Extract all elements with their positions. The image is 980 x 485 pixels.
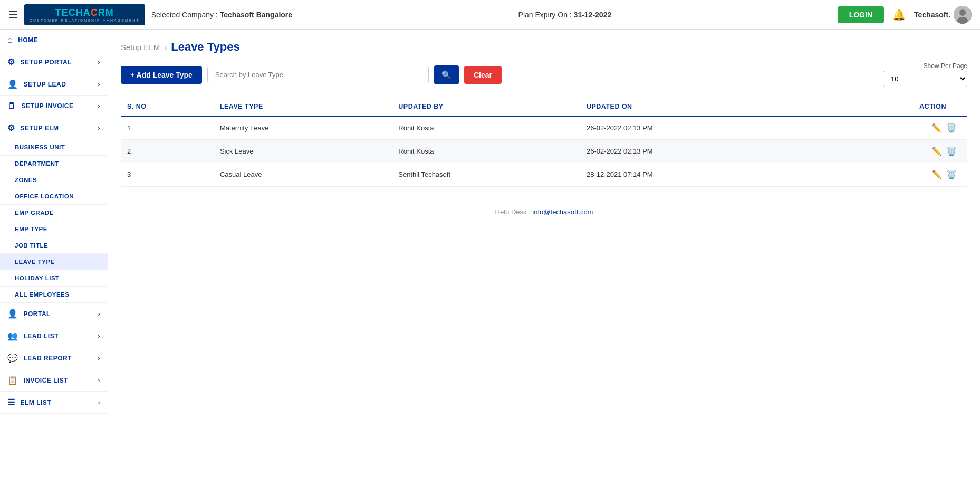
table-row: 1 Maternity Leave Rohit Kosta 26-02-2022… (121, 116, 967, 140)
search-button[interactable]: 🔍 (434, 65, 459, 84)
sidebar-item-zones[interactable]: ZONES (0, 172, 108, 188)
avatar (954, 6, 972, 24)
cell-updated-on: 28-12-2021 07:14 PM (580, 163, 810, 186)
username: Techasoft. (914, 11, 950, 19)
edit-button[interactable]: ✏️ (931, 169, 942, 179)
nav-left: ☰ TECHACRM CUSTOMER RELATIONSHIP MANAGEM… (8, 4, 292, 25)
breadcrumb-separator: › (164, 43, 167, 52)
edit-button[interactable]: ✏️ (931, 146, 942, 156)
sidebar-item-label: PORTAL (24, 310, 51, 318)
sidebar-item-setup-lead[interactable]: 👤 SETUP LEAD › (0, 73, 108, 96)
sidebar-item-label: SETUP PORTAL (21, 59, 72, 66)
sidebar-item-setup-elm[interactable]: ⚙ SETUP ELM › (0, 117, 108, 139)
col-updated-by: UPDATED BY (392, 98, 580, 116)
sidebar-item-label: ELM LIST (21, 399, 52, 406)
sidebar-item-setup-portal[interactable]: ⚙ SETUP PORTAL › (0, 51, 108, 73)
col-updated-on: UPDATED ON (580, 98, 810, 116)
sidebar-item-all-employees[interactable]: ALL EMPLOYEES (0, 287, 108, 303)
sidebar-item-holiday-list[interactable]: HOLIDAY LIST (0, 270, 108, 287)
breadcrumb-parent[interactable]: Setup ELM (121, 43, 160, 52)
sidebar-item-setup-invoice[interactable]: 🗒 SETUP INVOICE › (0, 96, 108, 117)
user-info[interactable]: Techasoft. (914, 6, 972, 24)
portal-icon: ⚙ (7, 57, 15, 67)
search-icon: 🔍 (441, 70, 451, 79)
sidebar-item-business-unit[interactable]: BUSINESS UNIT (0, 139, 108, 156)
cell-sno: 3 (121, 163, 214, 186)
notification-bell-icon[interactable]: 🔔 (892, 8, 906, 21)
col-action: ACTION (810, 98, 967, 116)
plan-expiry: Plan Expiry On : 31-12-2022 (518, 11, 612, 19)
sidebar-item-label: LEAD LIST (24, 332, 59, 340)
sidebar-item-label: SETUP ELM (21, 125, 59, 132)
cell-action: ✏️ 🗑️ (810, 163, 967, 186)
cell-updated-by: Rohit Kosta (392, 140, 580, 163)
sidebar-item-job-title[interactable]: JOB TITLE (0, 237, 108, 254)
logo-text: TECHACRM (55, 7, 114, 18)
chevron-right-icon: › (98, 399, 101, 406)
breadcrumb-current: Leave Types (171, 40, 239, 54)
clear-button[interactable]: Clear (464, 66, 502, 84)
sidebar: ⌂ HOME ⚙ SETUP PORTAL › 👤 SETUP LEAD › 🗒… (0, 30, 108, 485)
chevron-right-icon: › (98, 59, 101, 66)
sidebar-item-emp-type[interactable]: EMP TYPE (0, 221, 108, 237)
col-leave-type: LEAVE TYPE (214, 98, 392, 116)
helpdesk-label: Help Desk : (495, 208, 531, 216)
chevron-right-icon: › (98, 125, 101, 132)
leave-types-table: S. NO LEAVE TYPE UPDATED BY UPDATED ON A… (121, 98, 967, 186)
sidebar-item-label: LEAD REPORT (24, 355, 72, 362)
chevron-right-icon: › (98, 102, 101, 110)
lead-list-icon: 👥 (7, 331, 18, 341)
chevron-right-icon: › (98, 377, 101, 384)
edit-button[interactable]: ✏️ (931, 123, 942, 133)
login-button[interactable]: LOGIN (838, 6, 884, 23)
sidebar-item-lead-report[interactable]: 💬 LEAD REPORT › (0, 347, 108, 369)
show-per-page-label: Show Per Page (883, 62, 967, 70)
delete-button[interactable]: 🗑️ (946, 169, 957, 179)
helpdesk-email[interactable]: info@techasoft.com (532, 208, 593, 216)
portal2-icon: 👤 (7, 309, 18, 319)
home-icon: ⌂ (7, 35, 13, 45)
top-navbar: ☰ TECHACRM CUSTOMER RELATIONSHIP MANAGEM… (0, 0, 980, 30)
cell-updated-on: 26-02-2022 02:13 PM (580, 116, 810, 140)
add-leave-type-button[interactable]: + Add Leave Type (121, 66, 202, 84)
main-layout: ⌂ HOME ⚙ SETUP PORTAL › 👤 SETUP LEAD › 🗒… (0, 30, 980, 485)
invoice-icon: 🗒 (7, 101, 16, 111)
logo[interactable]: TECHACRM CUSTOMER RELATIONSHIP MANAGEMEN… (24, 4, 145, 25)
cell-updated-on: 26-02-2022 02:13 PM (580, 140, 810, 163)
lead-report-icon: 💬 (7, 353, 18, 363)
sidebar-item-label: SETUP INVOICE (22, 102, 74, 110)
delete-button[interactable]: 🗑️ (946, 146, 957, 156)
cell-updated-by: Senthil Techasoft (392, 163, 580, 186)
cell-leave-type: Sick Leave (214, 140, 392, 163)
per-page-select[interactable]: 10 25 50 100 (883, 71, 967, 87)
sidebar-item-label: INVOICE LIST (24, 377, 69, 384)
company-info: Selected Company : Techasoft Bangalore (151, 11, 292, 19)
show-per-page: Show Per Page 10 25 50 100 (883, 62, 967, 87)
cell-sno: 1 (121, 116, 214, 140)
sidebar-item-portal[interactable]: 👤 PORTAL › (0, 303, 108, 325)
cell-sno: 2 (121, 140, 214, 163)
nav-right: LOGIN 🔔 Techasoft. (838, 6, 972, 24)
sidebar-item-home[interactable]: ⌂ HOME (0, 30, 108, 51)
chevron-right-icon: › (98, 355, 101, 362)
search-input[interactable] (207, 66, 429, 83)
cell-updated-by: Rohit Kosta (392, 116, 580, 140)
cell-leave-type: Maternity Leave (214, 116, 392, 140)
toolbar: + Add Leave Type 🔍 Clear Show Per Page 1… (121, 62, 967, 87)
lead-icon: 👤 (7, 79, 18, 89)
logo-subtitle: CUSTOMER RELATIONSHIP MANAGEMENT (30, 18, 140, 22)
sidebar-item-invoice-list[interactable]: 📋 INVOICE LIST › (0, 369, 108, 392)
delete-button[interactable]: 🗑️ (946, 123, 957, 133)
sidebar-item-lead-list[interactable]: 👥 LEAD LIST › (0, 325, 108, 347)
elm-icon: ⚙ (7, 123, 15, 133)
sidebar-item-department[interactable]: DEPARTMENT (0, 156, 108, 172)
main-content: Setup ELM › Leave Types + Add Leave Type… (108, 30, 980, 485)
sidebar-item-leave-type[interactable]: LEAVE TYPE (0, 254, 108, 270)
sidebar-item-emp-grade[interactable]: EMP GRADE (0, 205, 108, 221)
hamburger-icon[interactable]: ☰ (8, 8, 18, 21)
chevron-right-icon: › (98, 332, 101, 340)
sidebar-item-office-location[interactable]: OFFICE LOCATION (0, 188, 108, 205)
elm-list-icon: ☰ (7, 397, 15, 407)
sidebar-item-elm-list[interactable]: ☰ ELM LIST › (0, 392, 108, 414)
col-sno: S. NO (121, 98, 214, 116)
